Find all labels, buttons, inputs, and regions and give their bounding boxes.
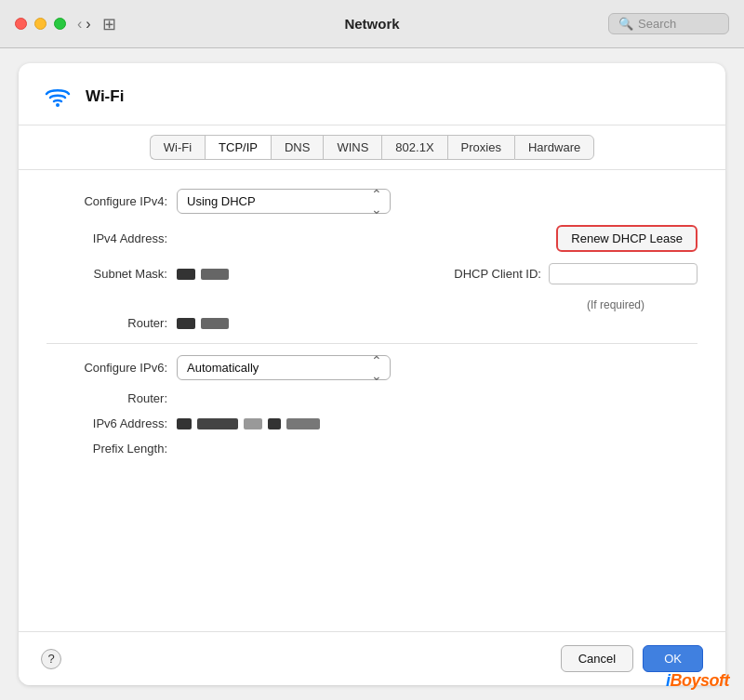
prefix-length-row: Prefix Length:: [46, 442, 698, 456]
ok-button[interactable]: OK: [643, 645, 703, 672]
subnet-block-2: [201, 269, 229, 280]
action-buttons: Cancel OK: [561, 645, 703, 672]
renew-dhcp-button[interactable]: Renew DHCP Lease: [556, 225, 698, 252]
tab-proxies[interactable]: Proxies: [447, 135, 514, 160]
dhcp-client-id-input[interactable]: [549, 263, 698, 284]
ipv4-address-control: Renew DHCP Lease: [177, 225, 698, 252]
router-ipv6-row: Router:: [46, 391, 698, 405]
configure-ipv4-dropdown[interactable]: Using DHCP Manually Using BootP Off ⌃⌄: [177, 189, 391, 214]
maximize-button[interactable]: [54, 18, 66, 30]
if-required-text: (If required): [587, 298, 644, 311]
help-button[interactable]: ?: [41, 649, 61, 669]
ipv6-block-4: [268, 418, 281, 429]
minimize-button[interactable]: [34, 18, 46, 30]
svg-point-0: [56, 103, 60, 107]
configure-ipv6-dropdown[interactable]: Automatically Manually Link-local only O…: [177, 355, 391, 380]
router-control: [177, 318, 698, 329]
ipv6-address-label: IPv6 Address:: [46, 416, 167, 430]
ipv6-block-5: [286, 418, 320, 429]
titlebar: ‹ › ⊞ Network 🔍 Search: [0, 0, 744, 48]
tab-8021x[interactable]: 802.1X: [381, 135, 446, 160]
ipv4-address-label: IPv4 Address:: [46, 231, 167, 245]
dhcp-client-id-label: DHCP Client ID:: [454, 267, 541, 281]
wifi-icon: [41, 80, 74, 113]
ipv4-address-row: IPv4 Address: Renew DHCP Lease: [46, 225, 698, 252]
router-ipv6-label: Router:: [46, 391, 167, 405]
prefix-length-label: Prefix Length:: [46, 442, 167, 456]
configure-ipv4-row: Configure IPv4: Using DHCP Manually Usin…: [46, 189, 698, 214]
if-required-control: (If required): [177, 296, 698, 312]
window-title: Network: [344, 16, 399, 32]
if-required-row: (If required): [46, 296, 698, 312]
tabs-container: Wi-Fi TCP/IP DNS WINS 802.1X Proxies Har…: [19, 125, 725, 170]
ipv6-block-2: [197, 418, 238, 429]
panel-header: Wi-Fi: [19, 63, 725, 125]
close-button[interactable]: [15, 18, 27, 30]
configure-ipv4-select[interactable]: Using DHCP Manually Using BootP Off: [178, 190, 390, 213]
traffic-lights: [15, 18, 66, 30]
separator-1: [46, 343, 698, 344]
nav-arrows: ‹ ›: [77, 16, 91, 33]
panel-title: Wi-Fi: [86, 87, 124, 106]
configure-ipv6-row: Configure IPv6: Automatically Manually L…: [46, 355, 698, 380]
watermark: iBoysoft: [666, 671, 729, 691]
subnet-block-1: [177, 269, 195, 280]
tab-wifi[interactable]: Wi-Fi: [150, 135, 205, 160]
ipv6-block-3: [244, 418, 262, 429]
tab-wins[interactable]: WINS: [323, 135, 381, 160]
router-row: Router:: [46, 316, 698, 330]
router-block-1: [177, 318, 195, 329]
configure-ipv4-control: Using DHCP Manually Using BootP Off ⌃⌄: [177, 189, 698, 214]
configure-ipv6-select[interactable]: Automatically Manually Link-local only O…: [178, 356, 390, 379]
content-area: Configure IPv4: Using DHCP Manually Usin…: [19, 170, 725, 631]
watermark-suffix: Boysoft: [671, 671, 730, 690]
forward-arrow[interactable]: ›: [86, 16, 90, 33]
ipv6-address-control: [177, 418, 698, 429]
search-icon: 🔍: [618, 17, 633, 31]
router-label: Router:: [46, 316, 167, 330]
configure-ipv6-label: Configure IPv6:: [46, 361, 167, 375]
configure-ipv6-control: Automatically Manually Link-local only O…: [177, 355, 698, 380]
grid-icon: ⊞: [102, 14, 116, 34]
tab-tcpip[interactable]: TCP/IP: [205, 135, 271, 160]
back-arrow[interactable]: ‹: [77, 16, 82, 33]
search-box[interactable]: 🔍 Search: [608, 13, 729, 34]
network-panel: Wi-Fi Wi-Fi TCP/IP DNS WINS 802.1X Proxi…: [19, 63, 725, 685]
tab-hardware[interactable]: Hardware: [514, 135, 594, 160]
bottom-bar: ? Cancel OK: [19, 631, 725, 685]
ipv6-address-row: IPv6 Address:: [46, 416, 698, 430]
search-placeholder: Search: [638, 17, 676, 31]
main-area: Wi-Fi Wi-Fi TCP/IP DNS WINS 802.1X Proxi…: [0, 48, 744, 700]
cancel-button[interactable]: Cancel: [561, 645, 633, 672]
subnet-mask-row: Subnet Mask: DHCP Client ID:: [46, 263, 698, 284]
tab-dns[interactable]: DNS: [271, 135, 323, 160]
ipv6-block-1: [177, 418, 192, 429]
subnet-mask-control: DHCP Client ID:: [177, 263, 698, 284]
configure-ipv4-label: Configure IPv4:: [46, 194, 167, 208]
router-block-2: [201, 318, 229, 329]
subnet-mask-label: Subnet Mask:: [46, 267, 167, 281]
ipv6-address-blocks: [177, 418, 320, 429]
